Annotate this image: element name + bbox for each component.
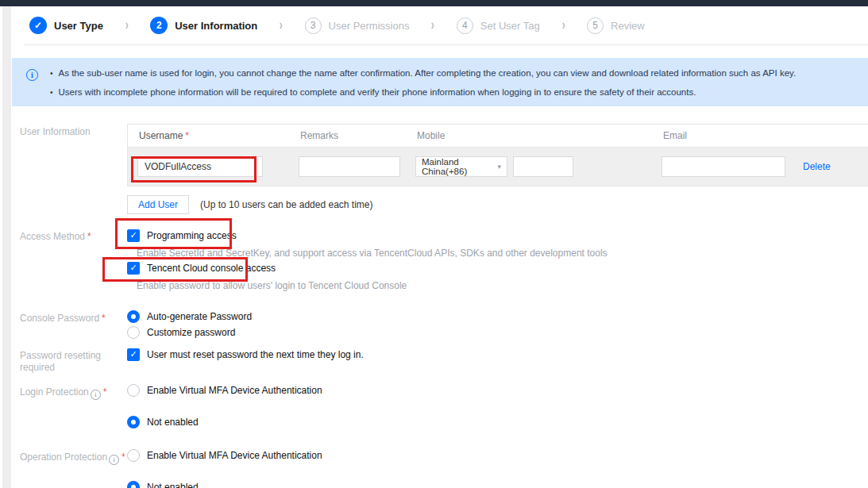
operation-protection-label-text: Operation Protection [20,451,107,463]
operation-not-enabled-option[interactable]: Not enabled [127,481,868,488]
check-icon: ✓ [129,349,137,359]
add-user-button[interactable]: Add User [127,195,189,214]
banner-bullet-line: • Users with incomplete phone informatio… [50,87,796,98]
username-column-header: Username* [128,130,289,141]
operation-protection-row: Operation Protectioni* Enable Virtual MF… [12,449,868,488]
bullet-icon: • [50,68,53,79]
login-mfa-label: Enable Virtual MFA Device Authentication [147,385,322,396]
access-method-content: ✓ Programming access Enable SecretId and… [127,229,868,291]
login-protection-content: Enable Virtual MFA Device Authentication… [127,384,868,428]
required-marker: * [185,130,189,141]
operation-mfa-option[interactable]: Enable Virtual MFA Device Authentication [127,449,868,462]
console-access-option-wrapper: ✓ Tencent Cloud console access [127,261,868,275]
mobile-cell: Mainland China(+86) ▾ [406,156,652,177]
step-label-set-user-tag: Set User Tag [480,20,540,32]
required-marker: * [87,231,91,242]
country-code-value: Mainland China(+86) [422,157,497,176]
console-password-label: Console Password* [12,310,127,339]
country-code-select[interactable]: Mainland China(+86) ▾ [415,156,507,177]
programming-access-label: Programming access [147,230,237,241]
radio-unselected-icon[interactable] [127,449,140,462]
checkbox-checked-icon[interactable]: ✓ [127,348,140,361]
chevron-right-icon: › [280,17,283,33]
radio-selected-icon[interactable] [127,416,140,428]
password-reset-row: Password resetting required ✓ User must … [12,348,868,374]
password-reset-label: Password resetting required [12,348,127,374]
login-not-enabled-option[interactable]: Not enabled [127,416,868,428]
mobile-input[interactable] [513,156,573,177]
login-not-enabled-label: Not enabled [147,417,199,428]
customize-password-label: Customize password [147,327,235,338]
step-review: 5 Review [587,17,645,34]
add-user-row: Add User (Up to 10 users can be added ea… [127,195,868,214]
operation-protection-label: Operation Protectioni* [12,449,127,488]
step-user-information[interactable]: 2 User Information [150,17,257,34]
console-password-row: Console Password* Auto-generate Password… [12,310,868,339]
banner-text-line-2: Users with incomplete phone information … [59,87,696,98]
operation-not-enabled-label: Not enabled [147,482,199,488]
remarks-input[interactable] [299,156,400,177]
email-cell [652,156,793,177]
radio-unselected-icon[interactable] [127,384,140,397]
info-icon[interactable]: i [91,390,101,400]
add-user-note: (Up to 10 users can be added each time) [200,199,372,210]
customize-password-option[interactable]: Customize password [127,326,868,339]
programming-access-option[interactable]: ✓ Programming access [127,229,237,242]
programming-access-description: Enable SecretId and SecretKey, and suppo… [137,248,868,259]
operation-protection-content: Enable Virtual MFA Device Authentication… [127,449,868,488]
step-complete-check-icon: ✓ [29,17,47,34]
step-number-3: 3 [305,17,322,34]
password-reset-option-label: User must reset password the next time t… [147,349,364,360]
step-label-review: Review [611,20,645,32]
step-set-user-tag: 4 Set User Tag [457,17,540,34]
login-protection-label: Login Protectioni* [12,384,127,428]
banner-text-line-1: As the sub-user name is used for login, … [59,68,797,79]
check-icon: ✓ [129,230,137,240]
step-label-user-type: User Type [54,20,103,32]
password-reset-option[interactable]: ✓ User must reset password the next time… [127,348,364,361]
mobile-column-header: Mobile [406,130,652,141]
wizard-stepper: ✓ User Type › 2 User Information › 3 Use… [12,6,868,44]
step-number-4: 4 [457,17,473,34]
access-method-label-text: Access Method [20,231,85,242]
chevron-right-icon: › [431,17,434,33]
checkbox-checked-icon[interactable]: ✓ [127,229,140,242]
remarks-cell [289,156,406,177]
info-banner: i • As the sub-user name is used for log… [12,58,868,106]
login-protection-label-text: Login Protection [20,386,89,398]
required-marker: * [122,451,125,463]
access-method-row: Access Method* ✓ Programming access Enab… [12,229,868,291]
step-user-type[interactable]: ✓ User Type [29,17,103,34]
step-number-5: 5 [587,17,604,34]
top-dark-bar [0,0,868,6]
info-icon: i [26,69,38,81]
chevron-right-icon: › [125,17,129,33]
console-access-label: Tencent Cloud console access [147,263,276,274]
required-marker: * [103,386,107,398]
username-header-label: Username [139,130,183,141]
step-label-user-permissions: User Permissions [329,20,410,32]
auto-generate-password-option[interactable]: Auto-generate Password [127,310,868,323]
radio-unselected-icon[interactable] [127,326,140,339]
radio-selected-icon[interactable] [127,481,140,488]
info-icon[interactable]: i [109,455,119,465]
left-edge-strip [2,6,11,488]
username-annotation-wrapper [137,160,263,174]
console-password-label-text: Console Password [20,313,99,324]
radio-selected-icon[interactable] [127,310,140,323]
check-icon: ✓ [129,263,137,273]
login-mfa-option[interactable]: Enable Virtual MFA Device Authentication [127,384,868,397]
user-creation-form: User Information Username* Remarks Mobil… [12,124,868,488]
operation-mfa-label: Enable Virtual MFA Device Authentication [147,450,322,461]
checkbox-checked-icon[interactable]: ✓ [127,262,140,275]
delete-user-link[interactable]: Delete [803,161,831,172]
username-input[interactable] [137,156,263,177]
console-access-option[interactable]: ✓ Tencent Cloud console access [127,261,276,275]
login-protection-row: Login Protectioni* Enable Virtual MFA De… [12,384,868,428]
email-input[interactable] [662,156,785,177]
step-label-user-information: User Information [175,20,257,32]
email-column-header: Email [652,130,793,141]
console-access-description: Enable password to allow users' login to… [137,280,868,291]
check-icon: ✓ [34,20,42,31]
required-marker: * [102,313,106,324]
